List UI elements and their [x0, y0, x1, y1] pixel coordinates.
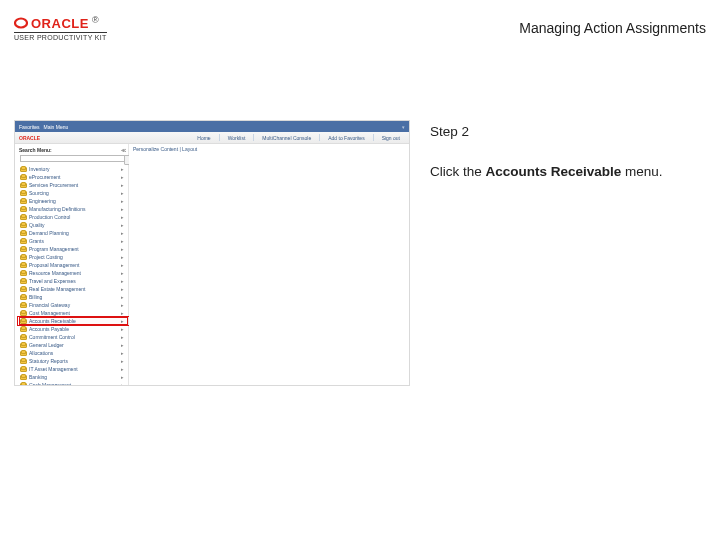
- menu-item[interactable]: Sourcing▸: [19, 189, 128, 197]
- folder-icon: [20, 263, 27, 268]
- menu-item[interactable]: Allocations▸: [19, 349, 128, 357]
- ss-tool-worklist[interactable]: Worklist: [228, 135, 246, 141]
- folder-icon: [20, 279, 27, 284]
- logo-text: ORACLE: [31, 16, 89, 31]
- chevron-right-icon: ▸: [121, 374, 124, 380]
- menu-item-label: Cash Management: [29, 382, 71, 386]
- menu-item[interactable]: eProcurement▸: [19, 173, 128, 181]
- instr-pre: Click the: [430, 164, 486, 179]
- chevron-right-icon: ▸: [121, 222, 124, 228]
- menu-item[interactable]: Production Control▸: [19, 213, 128, 221]
- svg-point-0: [15, 19, 27, 28]
- menu-item-label: Billing: [29, 294, 42, 300]
- instruction-panel: Step 2 Click the Accounts Receivable men…: [422, 120, 706, 386]
- ss-favorites[interactable]: Favorites: [19, 124, 40, 130]
- folder-icon: [20, 239, 27, 244]
- menu-item[interactable]: Proposal Management▸: [19, 261, 128, 269]
- menu-item[interactable]: Inventory▸: [19, 165, 128, 173]
- folder-icon: [20, 295, 27, 300]
- ss-personalize-link[interactable]: Personalize Content | Layout: [129, 144, 409, 154]
- chevron-right-icon: ▸: [121, 366, 124, 372]
- oracle-o-icon: [14, 16, 28, 30]
- menu-item[interactable]: Grants▸: [19, 237, 128, 245]
- menu-item[interactable]: IT Asset Management▸: [19, 365, 128, 373]
- chevron-right-icon: ▸: [121, 246, 124, 252]
- menu-item[interactable]: Accounts Receivable▸: [19, 317, 128, 325]
- content-row: Favorites Main Menu ▾ ORACLE Home Workli…: [0, 50, 720, 386]
- menu-item-label: General Ledger: [29, 342, 64, 348]
- ss-tool-mcc[interactable]: MultiChannel Console: [262, 135, 311, 141]
- folder-icon: [20, 319, 27, 324]
- folder-icon: [20, 215, 27, 220]
- ss-collapse-icon[interactable]: ≪: [121, 147, 126, 153]
- menu-item[interactable]: Demand Planning▸: [19, 229, 128, 237]
- instr-post: menu.: [621, 164, 662, 179]
- chevron-right-icon: ▸: [121, 310, 124, 316]
- folder-icon: [20, 343, 27, 348]
- chevron-right-icon: ▸: [121, 326, 124, 332]
- menu-item[interactable]: Billing▸: [19, 293, 128, 301]
- folder-icon: [20, 167, 27, 172]
- chevron-right-icon: ▸: [121, 382, 124, 386]
- menu-item[interactable]: Services Procurement▸: [19, 181, 128, 189]
- chevron-right-icon: ▸: [121, 286, 124, 292]
- menu-item-label: Inventory: [29, 166, 50, 172]
- menu-item-label: Travel and Expenses: [29, 278, 76, 284]
- folder-icon: [20, 383, 27, 387]
- menu-item[interactable]: Quality▸: [19, 221, 128, 229]
- menu-item[interactable]: Financial Gateway▸: [19, 301, 128, 309]
- chevron-right-icon: ▸: [121, 190, 124, 196]
- menu-item-label: Financial Gateway: [29, 302, 70, 308]
- menu-item[interactable]: Project Costing▸: [19, 253, 128, 261]
- menu-item[interactable]: Resource Management▸: [19, 269, 128, 277]
- chevron-right-icon: ▸: [121, 294, 124, 300]
- ss-main-menu[interactable]: Main Menu: [44, 124, 69, 130]
- chevron-right-icon: ▸: [121, 350, 124, 356]
- menu-item-label: eProcurement: [29, 174, 60, 180]
- menu-item-label: Allocations: [29, 350, 53, 356]
- menu-item[interactable]: Banking▸: [19, 373, 128, 381]
- folder-icon: [20, 199, 27, 204]
- folder-icon: [20, 183, 27, 188]
- ss-tool-home[interactable]: Home: [197, 135, 210, 141]
- chevron-right-icon: ▸: [121, 182, 124, 188]
- ss-tool-signout[interactable]: Sign out: [382, 135, 400, 141]
- folder-icon: [20, 255, 27, 260]
- menu-item-label: Resource Management: [29, 270, 81, 276]
- menu-item[interactable]: Cost Management▸: [19, 309, 128, 317]
- menu-item[interactable]: Real Estate Management▸: [19, 285, 128, 293]
- menu-item-label: Engineering: [29, 198, 56, 204]
- folder-icon: [20, 247, 27, 252]
- menu-item[interactable]: Engineering▸: [19, 197, 128, 205]
- ss-search-input[interactable]: [20, 155, 125, 162]
- logo-trademark: ®: [92, 15, 99, 25]
- chevron-right-icon: ▸: [121, 198, 124, 204]
- app-screenshot: Favorites Main Menu ▾ ORACLE Home Workli…: [14, 120, 410, 386]
- ss-tool-addfav[interactable]: Add to Favorites: [328, 135, 364, 141]
- oracle-logo: ORACLE ® USER PRODUCTIVITY KIT: [14, 16, 107, 41]
- folder-icon: [20, 271, 27, 276]
- ss-toolbar: Home Worklist MultiChannel Console Add t…: [192, 132, 405, 143]
- chevron-right-icon: ▸: [121, 358, 124, 364]
- menu-item[interactable]: Program Management▸: [19, 245, 128, 253]
- menu-item[interactable]: Accounts Payable▸: [19, 325, 128, 333]
- menu-item[interactable]: Travel and Expenses▸: [19, 277, 128, 285]
- menu-item-label: Manufacturing Definitions: [29, 206, 85, 212]
- folder-icon: [20, 223, 27, 228]
- menu-item[interactable]: Manufacturing Definitions▸: [19, 205, 128, 213]
- menu-item[interactable]: Cash Management▸: [19, 381, 128, 386]
- chevron-right-icon: ▸: [121, 278, 124, 284]
- instr-bold: Accounts Receivable: [486, 164, 622, 179]
- menu-item[interactable]: General Ledger▸: [19, 341, 128, 349]
- menu-item-label: Project Costing: [29, 254, 63, 260]
- menu-item[interactable]: Statutory Reports▸: [19, 357, 128, 365]
- menu-item[interactable]: Commitment Control▸: [19, 333, 128, 341]
- ss-menubar: Favorites Main Menu ▾: [15, 121, 409, 132]
- menu-item-label: Banking: [29, 374, 47, 380]
- instruction-text: Click the Accounts Receivable menu.: [430, 163, 702, 181]
- chevron-right-icon: ▸: [121, 302, 124, 308]
- menu-item-label: Production Control: [29, 214, 70, 220]
- page-header: ORACLE ® USER PRODUCTIVITY KIT Managing …: [0, 0, 720, 50]
- folder-icon: [20, 191, 27, 196]
- chevron-right-icon: ▸: [121, 238, 124, 244]
